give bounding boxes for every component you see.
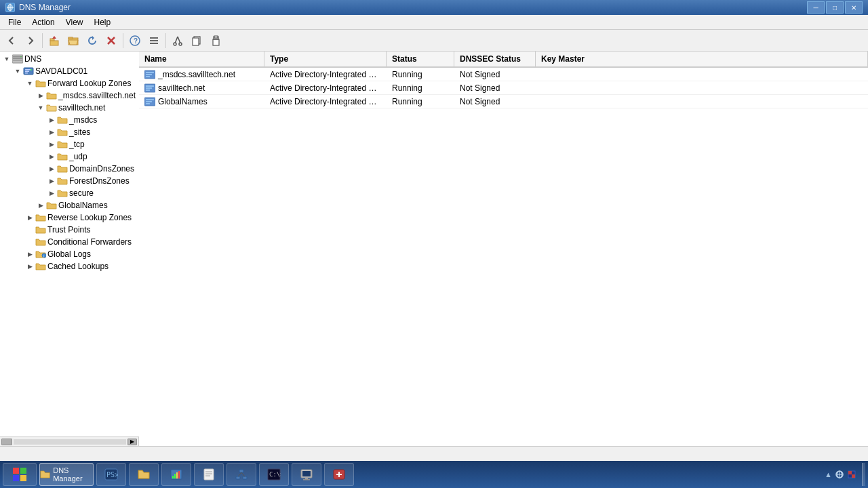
expand-cached[interactable]: ▶: [24, 261, 35, 272]
expand-msdcs-sav[interactable]: ▶: [35, 90, 46, 101]
taskbar-docs-btn[interactable]: [194, 463, 224, 486]
help-button[interactable]: ?: [126, 32, 144, 49]
expand-server[interactable]: ▼: [12, 66, 23, 77]
show-hidden-tray-btn[interactable]: ▲: [825, 470, 832, 479]
scroll-right-btn[interactable]: ▶: [127, 439, 137, 445]
folder-icon-secure: [57, 188, 68, 199]
tree-item-dns[interactable]: ▼ DNS: [0, 53, 139, 65]
expand-global-logs[interactable]: ▶: [24, 249, 35, 260]
tree-item-global-logs[interactable]: ▶ i Global Logs: [0, 248, 139, 260]
svg-rect-15: [150, 43, 158, 44]
col-keymaster[interactable]: Key Master: [536, 52, 868, 66]
back-button[interactable]: [3, 32, 20, 49]
taskbar-ps-btn[interactable]: PS>: [96, 463, 126, 486]
tree-item-trust[interactable]: Trust Points: [0, 224, 139, 236]
tree-item-forestdns[interactable]: ▶ ForestDnsZones: [0, 175, 139, 187]
folder-icon-global-logs: i: [35, 249, 46, 260]
table-row[interactable]: GlobalNames Active Directory-Integrated …: [139, 95, 868, 108]
tree-item-sites[interactable]: ▶ _sites: [0, 126, 139, 138]
svg-text:C:\>: C:\>: [269, 471, 281, 478]
tree-item-udp[interactable]: ▶ _udp: [0, 150, 139, 163]
trust-label: Trust Points: [47, 225, 91, 235]
up-button[interactable]: [45, 32, 63, 49]
svg-rect-24: [214, 36, 218, 38]
taskbar-net-btn[interactable]: [226, 463, 256, 486]
forward-button[interactable]: [22, 32, 39, 49]
menu-view[interactable]: View: [60, 16, 89, 28]
menu-action[interactable]: Action: [26, 16, 60, 28]
list-button[interactable]: [145, 32, 163, 49]
tree-item-tcp[interactable]: ▶ _tcp: [0, 138, 139, 150]
tree-item-conditional[interactable]: Conditional Forwarders: [0, 236, 139, 248]
tree-item-msdcs[interactable]: ▶ _msdcs: [0, 114, 139, 126]
tree-item-reverse[interactable]: ▶ Reverse Lookup Zones: [0, 211, 139, 224]
sites-label: _sites: [69, 127, 90, 137]
row0-status: Running: [387, 68, 454, 81]
tree-item-cached[interactable]: ▶ Cached Lookups: [0, 260, 139, 272]
expand-domaindns[interactable]: ▶: [46, 163, 57, 174]
expand-msdcs[interactable]: ▶: [46, 115, 57, 125]
table-row[interactable]: savilltech.net Active Directory-Integrat…: [139, 81, 868, 95]
tree-panel[interactable]: ▼ DNS ▼: [0, 52, 139, 436]
scroll-left-btn[interactable]: [1, 439, 12, 445]
col-type[interactable]: Type: [264, 52, 387, 66]
expand-secure[interactable]: ▶: [46, 188, 57, 199]
start-button[interactable]: [3, 463, 37, 486]
svg-rect-56: [172, 476, 174, 479]
show-desktop-btn[interactable]: [862, 463, 865, 486]
svg-rect-21: [193, 38, 199, 45]
taskbar-cmd-btn[interactable]: C:\>: [259, 463, 289, 486]
cut-button[interactable]: [169, 32, 186, 49]
systray: ▲: [825, 470, 856, 479]
folder-icon-conditional: [35, 237, 46, 247]
refresh-button[interactable]: [83, 32, 101, 49]
expand-savilltech[interactable]: ▼: [35, 102, 46, 113]
menu-file[interactable]: File: [3, 16, 26, 28]
tree-item-secure[interactable]: ▶ secure: [0, 187, 139, 199]
close-button[interactable]: ✕: [845, 1, 863, 14]
taskbar-explorer-btn[interactable]: DNS Manager: [39, 463, 94, 486]
col-status[interactable]: Status: [387, 52, 454, 66]
row0-name-label: _msdcs.savilltech.net: [158, 70, 235, 79]
svg-rect-43: [146, 87, 152, 89]
conditional-label: Conditional Forwarders: [47, 237, 132, 247]
folder-icon-msdcs-sav: [46, 90, 57, 101]
taskbar-fm-btn[interactable]: [129, 463, 159, 486]
tree-item-domaindns[interactable]: ▶ DomainDnsZones: [0, 163, 139, 175]
stop-button[interactable]: [102, 32, 120, 49]
expand-udp[interactable]: ▶: [46, 151, 57, 162]
expand-forward[interactable]: ▼: [24, 78, 35, 89]
tree-hscroll[interactable]: ▶: [0, 436, 138, 446]
paste-button[interactable]: [207, 32, 224, 49]
svg-rect-27: [13, 58, 22, 60]
svg-text:PS>: PS>: [106, 471, 118, 479]
taskbar-srvmgr-btn[interactable]: [292, 463, 321, 486]
taskbar-tm-btn[interactable]: [161, 463, 191, 486]
copy-button[interactable]: [188, 32, 205, 49]
folder-icon-forward: [35, 78, 46, 89]
maximize-button[interactable]: □: [826, 1, 844, 14]
menu-help[interactable]: Help: [89, 16, 117, 28]
expand-reverse[interactable]: ▶: [24, 212, 35, 223]
col-dnssec[interactable]: DNSSEC Status: [454, 52, 536, 66]
minimize-button[interactable]: ─: [807, 1, 825, 14]
row1-name: savilltech.net: [139, 82, 264, 94]
tree-item-msdcs-sav[interactable]: ▶ _msdcs.savilltech.net: [0, 89, 139, 102]
col-name[interactable]: Name: [139, 52, 264, 66]
tree-item-savilltech[interactable]: ▼ savilltech.net: [0, 102, 139, 114]
table-row[interactable]: _msdcs.savilltech.net Active Directory-I…: [139, 68, 868, 81]
expand-sites[interactable]: ▶: [46, 127, 57, 138]
expand-tcp[interactable]: ▶: [46, 139, 57, 150]
tree-item-server[interactable]: ▼ SAVDALDC01: [0, 65, 139, 77]
expand-globalnames[interactable]: ▶: [35, 200, 46, 211]
expand-dns[interactable]: ▼: [1, 54, 12, 64]
tree-item-forward[interactable]: ▼ Forward Lookup Zones: [0, 77, 139, 89]
taskbar-red-btn[interactable]: [324, 463, 354, 486]
row1-name-label: savilltech.net: [158, 83, 205, 93]
svg-line-67: [238, 472, 241, 476]
tree-item-globalnames[interactable]: ▶ GlobalNames: [0, 199, 139, 211]
detail-header: Name Type Status DNSSEC Status Key Maste…: [139, 52, 868, 68]
svg-point-19: [179, 43, 182, 45]
open-button[interactable]: [64, 32, 82, 49]
expand-forestdns[interactable]: ▶: [46, 176, 57, 186]
